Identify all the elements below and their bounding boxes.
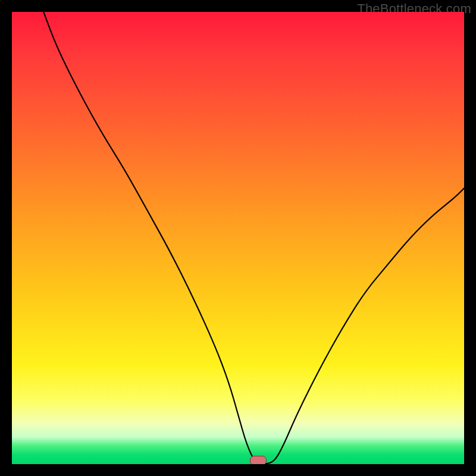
chart-frame: TheBottleneck.com xyxy=(0,0,476,476)
plot-area xyxy=(12,12,464,464)
bottleneck-curve xyxy=(12,12,464,464)
